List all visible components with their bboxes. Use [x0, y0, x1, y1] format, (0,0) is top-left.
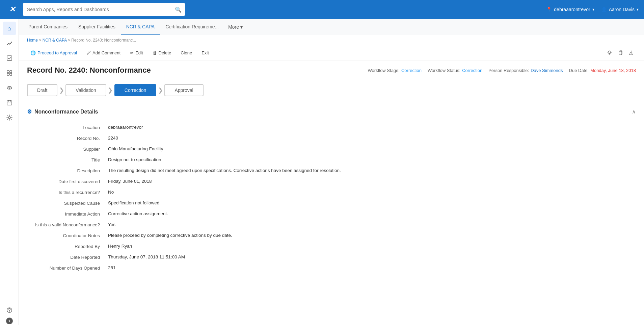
- detail-table: LocationdebraaarontrevorRecord No.2240Su…: [27, 119, 636, 276]
- step-correction-box[interactable]: Correction: [114, 84, 157, 96]
- detail-value: Design not to specification: [108, 157, 636, 162]
- detail-row: SupplierOhio Manufacturing Facility: [27, 144, 636, 154]
- detail-row: Is this a recurrence?No: [27, 187, 636, 198]
- user-label: Aaron Davis: [609, 7, 635, 12]
- svg-point-11: [609, 52, 611, 54]
- user-selector[interactable]: 👤 Aaron Davis ▾: [601, 7, 639, 12]
- copy-toolbar-button[interactable]: [616, 48, 625, 57]
- search-input[interactable]: [23, 3, 185, 16]
- edit-icon: ✏: [130, 50, 134, 55]
- detail-label: Number of Days Opened: [27, 265, 108, 271]
- sidebar-item-tasks[interactable]: [3, 51, 16, 65]
- workflow-stage-label: Workflow Stage:: [368, 68, 400, 73]
- person-responsible-meta: Person Responsible: Dave Simmonds: [488, 68, 563, 73]
- breadcrumb-section[interactable]: NCR & CAPA: [43, 38, 67, 43]
- section-collapse-button[interactable]: ∧: [632, 108, 636, 115]
- step-draft-box[interactable]: Draft: [27, 84, 57, 96]
- workflow-status-meta: Workflow Status: Correction: [428, 68, 482, 73]
- detail-label: Coordinator Notes: [27, 233, 108, 238]
- person-responsible-label: Person Responsible:: [488, 68, 529, 73]
- detail-value: No: [108, 190, 636, 195]
- record-title: Record No. 2240: Nonconformance: [27, 66, 151, 75]
- svg-rect-0: [7, 56, 12, 60]
- workflow-stage-meta: Workflow Stage: Correction: [368, 68, 422, 73]
- due-date-label: Due Date:: [569, 68, 589, 73]
- detail-label: Title: [27, 157, 108, 162]
- svg-point-10: [9, 311, 10, 312]
- step-draft[interactable]: Draft: [27, 84, 57, 96]
- detail-value: Thursday, June 07, 2018 11:51:00 AM: [108, 254, 636, 259]
- location-chevron-icon: ▾: [592, 7, 594, 12]
- detail-value: Friday, June 01, 2018: [108, 179, 636, 184]
- svg-rect-12: [619, 51, 622, 55]
- clone-button[interactable]: Clone: [177, 49, 195, 57]
- delete-icon: 🗑: [153, 50, 157, 55]
- tasks-icon: [6, 55, 12, 61]
- sidebar-item-home[interactable]: ⌂: [3, 22, 16, 35]
- tab-ncr-capa[interactable]: NCR & CAPA: [121, 19, 160, 35]
- proceed-to-approval-button[interactable]: 🌐 Proceed to Approval: [27, 49, 80, 57]
- sidebar-item-analytics[interactable]: [3, 36, 16, 50]
- settings-toolbar-button[interactable]: [605, 48, 614, 57]
- detail-label: Description: [27, 168, 108, 173]
- step-correction[interactable]: Correction: [114, 84, 157, 96]
- detail-row: Number of Days Opened281: [27, 262, 636, 273]
- toolbar: 🌐 Proceed to Approval 🖊 Add Comment ✏ Ed…: [19, 45, 644, 60]
- detail-row: Date ReportedThursday, June 07, 2018 11:…: [27, 252, 636, 262]
- search-container: 🔍: [23, 3, 185, 16]
- svg-point-8: [8, 117, 10, 119]
- svg-point-5: [7, 86, 12, 89]
- breadcrumb-home[interactable]: Home: [27, 38, 38, 43]
- svg-rect-2: [10, 71, 12, 73]
- detail-row: TitleDesign not to specification: [27, 154, 636, 165]
- step-approval-box[interactable]: Approval: [164, 84, 203, 96]
- detail-row: Reported ByHenry Ryan: [27, 241, 636, 252]
- due-date-value: Monday, June 18, 2018: [590, 68, 636, 73]
- sidebar-item-eye[interactable]: [3, 81, 16, 95]
- location-icon: 📍: [546, 7, 552, 12]
- step-validation-box[interactable]: Validation: [65, 84, 106, 96]
- analytics-icon: [6, 40, 12, 46]
- add-comment-button[interactable]: 🖊 Add Comment: [83, 49, 124, 57]
- sidebar-item-settings[interactable]: [3, 111, 16, 124]
- step-validation[interactable]: Validation: [65, 84, 106, 96]
- tab-certification-requirements[interactable]: Certification Requireme...: [160, 19, 224, 35]
- logo-text: ✕: [9, 5, 15, 14]
- step-approval[interactable]: Approval: [164, 84, 203, 96]
- tab-more[interactable]: More ▾: [224, 19, 247, 35]
- detail-label: Date Reported: [27, 254, 108, 260]
- detail-label: Location: [27, 125, 108, 130]
- exit-button[interactable]: Exit: [198, 49, 212, 57]
- logo[interactable]: ✕: [5, 3, 19, 16]
- edit-button[interactable]: ✏ Edit: [127, 49, 146, 57]
- delete-button[interactable]: 🗑 Delete: [149, 49, 175, 57]
- top-nav: ✕ 🔍 📍 debraaarontrevor ▾ 👤 Aaron Davis ▾: [0, 0, 644, 19]
- workflow-stage-value: Correction: [401, 68, 422, 73]
- breadcrumb-sep2: >: [68, 38, 71, 43]
- user-area: 📍 debraaarontrevor ▾ 👤 Aaron Davis ▾: [546, 7, 639, 12]
- tab-supplier-facilities[interactable]: Supplier Facilities: [73, 19, 121, 35]
- detail-label: Reported By: [27, 244, 108, 249]
- svg-rect-3: [7, 73, 9, 75]
- detail-label: Immediate Action: [27, 211, 108, 217]
- sidebar-expand-btn[interactable]: [6, 318, 13, 324]
- detail-row: Suspected CauseSpecification not followe…: [27, 198, 636, 208]
- detail-label: Supplier: [27, 146, 108, 152]
- location-selector[interactable]: 📍 debraaarontrevor ▾: [546, 7, 594, 12]
- download-toolbar-button[interactable]: [626, 48, 636, 57]
- detail-value: Please proceed by completing corrective …: [108, 233, 636, 238]
- step-arrow-1: ❯: [57, 86, 65, 94]
- svg-rect-7: [7, 101, 12, 105]
- sidebar-item-help[interactable]: [3, 303, 16, 317]
- section-title: ⚙ Nonconformance Details: [27, 108, 98, 115]
- detail-label: Date first discovered: [27, 179, 108, 184]
- sidebar-item-calendar[interactable]: [3, 96, 16, 109]
- svg-point-6: [9, 87, 10, 89]
- toolbar-actions-right: [605, 48, 636, 57]
- detail-value: debraaarontrevor: [108, 125, 636, 130]
- svg-rect-1: [7, 71, 9, 73]
- sidebar-item-dashboard[interactable]: [3, 66, 16, 80]
- tab-parent-companies[interactable]: Parent Companies: [23, 19, 73, 35]
- detail-label: Is this a valid Nonconformance?: [27, 222, 108, 227]
- person-responsible-value[interactable]: Dave Simmonds: [531, 68, 563, 73]
